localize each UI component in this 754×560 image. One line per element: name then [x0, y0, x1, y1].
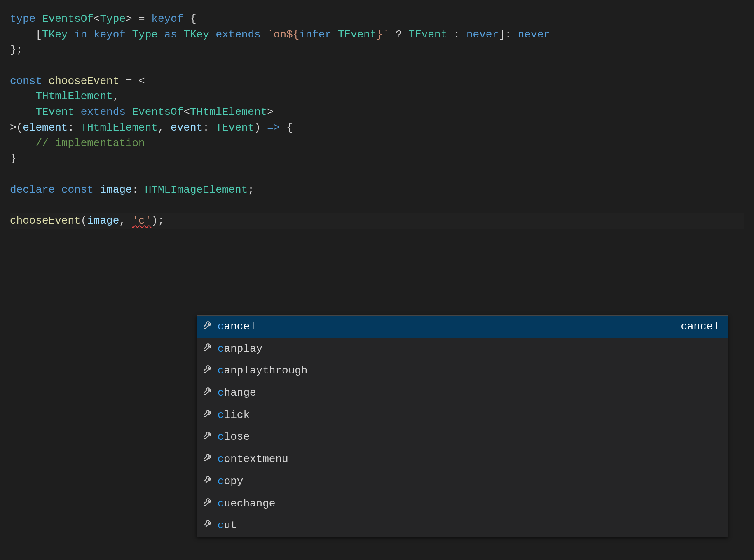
- suggestion-label: contextmenu: [218, 452, 288, 467]
- bracket-close: ]:: [499, 28, 511, 41]
- code-line[interactable]: >(element: THtmlElement, event: TEvent) …: [10, 120, 744, 136]
- type-param: TKey: [42, 28, 68, 41]
- wrench-icon: [203, 452, 213, 467]
- code-line[interactable]: [TKey in keyof Type as TKey extends `on$…: [10, 27, 744, 43]
- code-line[interactable]: type EventsOf<Type> = keyof {: [10, 12, 744, 27]
- code-line[interactable]: declare const image: HTMLImageElement;: [10, 182, 744, 198]
- suggestion-item[interactable]: canplaythrough: [197, 360, 728, 382]
- brace-close: }: [10, 152, 16, 165]
- keyword-never: never: [466, 28, 499, 41]
- type-param: TEvent: [338, 28, 377, 41]
- function-name: chooseEvent: [49, 75, 119, 87]
- wrench-icon: [203, 319, 213, 335]
- brace-open: {: [286, 121, 293, 134]
- code-line[interactable]: }: [10, 151, 744, 167]
- paren-open: (: [81, 215, 87, 227]
- suggestion-label: cut: [218, 518, 237, 534]
- type-ref: EventsOf: [132, 106, 183, 118]
- suggestion-item[interactable]: close: [197, 426, 728, 448]
- suggestion-label: cuechange: [218, 496, 275, 512]
- type-param: Type: [100, 13, 125, 25]
- string-literal-error: 'c': [132, 215, 151, 227]
- type-ref: HTMLImageElement: [145, 184, 248, 196]
- keyword-declare: declare: [10, 184, 55, 196]
- wrench-icon: [203, 385, 213, 401]
- type-name: EventsOf: [42, 13, 94, 25]
- operator-equals: =: [138, 13, 145, 25]
- keyword-extends: extends: [81, 106, 126, 118]
- function-call: chooseEvent: [10, 215, 81, 227]
- code-line[interactable]: const chooseEvent = <: [10, 74, 744, 89]
- suggestion-item[interactable]: copy: [197, 471, 728, 493]
- wrench-icon: [203, 408, 213, 423]
- keyword-const: const: [61, 184, 94, 196]
- type-ref: Type: [132, 28, 158, 41]
- type-param: TKey: [183, 28, 209, 41]
- comma: ,: [113, 90, 119, 103]
- comment: // implementation: [35, 137, 145, 149]
- suggestion-item[interactable]: cuechange: [197, 493, 728, 515]
- type-param: TEvent: [35, 106, 74, 118]
- angle-close: >: [267, 106, 274, 118]
- comma: ,: [119, 215, 126, 227]
- template-literal: `on${: [267, 28, 299, 41]
- colon: :: [203, 121, 209, 134]
- angle-open: <: [183, 106, 190, 118]
- template-literal-close: }`: [377, 28, 389, 41]
- keyword-as: as: [164, 28, 177, 41]
- bracket-open: [: [35, 28, 42, 41]
- identifier: image: [87, 215, 119, 227]
- type-ref: THtmlElement: [81, 121, 158, 134]
- semicolon: ;: [248, 184, 254, 196]
- wrench-icon: [203, 429, 213, 445]
- code-line-empty[interactable]: [10, 167, 744, 182]
- code-line[interactable]: TEvent extends EventsOf<THtmlElement>: [10, 105, 744, 120]
- code-line-empty[interactable]: [10, 58, 744, 74]
- brace-close: };: [10, 44, 23, 56]
- wrench-icon: [203, 474, 213, 490]
- code-line-empty[interactable]: [10, 198, 744, 213]
- suggestion-label: cancel: [218, 319, 256, 335]
- suggestion-item[interactable]: contextmenu: [197, 448, 728, 471]
- brace-open: {: [190, 13, 197, 25]
- comma: ,: [158, 121, 164, 134]
- suggestion-label: copy: [218, 474, 243, 490]
- colon: :: [68, 121, 74, 134]
- suggestion-label: close: [218, 429, 250, 445]
- keyword-infer: infer: [299, 28, 331, 41]
- arrow: =>: [267, 121, 280, 134]
- operator-equals: =: [126, 75, 132, 87]
- type-ref: TEvent: [215, 121, 254, 134]
- code-line[interactable]: THtmlElement,: [10, 89, 744, 105]
- keyword-keyof: keyof: [94, 28, 126, 41]
- keyword-keyof: keyof: [151, 13, 183, 25]
- type-param: THtmlElement: [190, 106, 267, 118]
- keyword-in: in: [74, 28, 87, 41]
- param-name: event: [171, 121, 203, 134]
- code-editor[interactable]: type EventsOf<Type> = keyof { [TKey in k…: [10, 12, 744, 229]
- suggestion-label: click: [218, 408, 250, 423]
- angle-paren: >(: [10, 121, 23, 134]
- suggestion-item[interactable]: change: [197, 382, 728, 404]
- suggestion-item[interactable]: canplay: [197, 338, 728, 360]
- code-line[interactable]: // implementation: [10, 136, 744, 152]
- paren-close: );: [151, 215, 164, 227]
- ternary-colon: :: [454, 28, 460, 41]
- wrench-icon: [203, 496, 213, 512]
- code-line[interactable]: };: [10, 42, 744, 58]
- type-param: THtmlElement: [35, 90, 112, 103]
- suggestion-item[interactable]: cancelcancel: [197, 316, 728, 338]
- colon: :: [132, 184, 138, 196]
- paren-close: ): [254, 121, 261, 134]
- keyword-type: type: [10, 13, 35, 25]
- suggestion-docs: cancel: [681, 319, 722, 335]
- code-line-current[interactable]: chooseEvent(image, 'c');: [10, 213, 744, 229]
- intellisense-popup[interactable]: cancelcancelcanplaycanplaythroughchangec…: [197, 315, 728, 537]
- wrench-icon: [203, 341, 213, 357]
- suggestion-label: change: [218, 385, 256, 401]
- wrench-icon: [203, 518, 213, 534]
- suggestion-item[interactable]: click: [197, 404, 728, 427]
- identifier: image: [100, 184, 132, 196]
- suggestion-label: canplaythrough: [218, 363, 307, 379]
- suggestion-item[interactable]: cut: [197, 515, 728, 537]
